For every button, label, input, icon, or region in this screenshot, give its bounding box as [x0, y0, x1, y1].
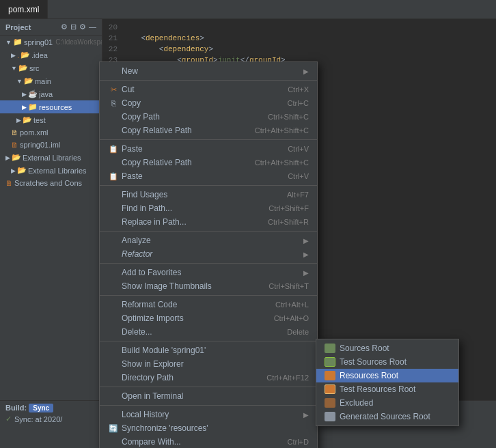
settings-icon[interactable]: ⚙	[79, 23, 86, 31]
expand-java: ▶	[22, 91, 27, 98]
java-icon: ☕	[28, 89, 38, 98]
excluded-icon	[325, 398, 335, 408]
menu-item-delete[interactable]: Delete... Delete	[100, 325, 317, 339]
project-tree: ▼ 📁 spring01 C:\IdeaWorkspace\spring01 ▶…	[0, 36, 102, 189]
menu-item-analyze[interactable]: Analyze ▶	[100, 234, 317, 247]
menu-item-copy-rel2[interactable]: Copy Relative Path Ctrl+Alt+Shift+C	[100, 156, 317, 169]
submenu-label-test-resources-root: Test Resources Root	[340, 384, 415, 394]
minimize-icon[interactable]: —	[89, 23, 96, 31]
menu-item-paste[interactable]: 📋 Paste Ctrl+V	[100, 142, 317, 156]
pom-label: pom.xml	[20, 128, 49, 137]
menu-label-open-terminal: Open in Terminal	[122, 391, 184, 401]
menu-item-copy[interactable]: ⎘ Copy Ctrl+C	[100, 96, 317, 110]
tree-item-resources[interactable]: ▶ 📁 resources	[0, 100, 102, 113]
menu-item-open-terminal[interactable]: Open in Terminal	[100, 389, 317, 403]
tree-item-extlib2[interactable]: ▶ 📂 External Libraries	[0, 164, 102, 177]
scratches-icon: 🗎	[5, 179, 13, 187]
project-panel: Project ⚙ ⊟ ⚙ — ▼ 📁 spring01 C:\IdeaWork…	[0, 19, 102, 400]
menu-label-cut: Cut	[122, 85, 135, 94]
tree-item-extlib1[interactable]: ▶ 📂 External Libraries	[0, 151, 102, 164]
iml-label: spring01.iml	[20, 141, 60, 149]
menu-item-compare[interactable]: Compare With... Ctrl+D	[100, 435, 317, 448]
menu-item-thumbnails[interactable]: Show Image Thumbnails Ctrl+Shift+T	[100, 279, 317, 293]
menu-label-copy: Copy	[122, 98, 141, 108]
editor-line: 20	[102, 22, 496, 33]
context-menu: New ▶ ✂ Cut Ctrl+X ⎘ Copy Ctrl+C Copy Pa…	[99, 61, 318, 448]
extlib1-label: External Libraries	[23, 154, 81, 162]
separator5	[100, 263, 317, 264]
menu-item-dir-path[interactable]: Directory Path Ctrl+Alt+F12	[100, 371, 317, 384]
tab-pom-xml[interactable]: pom.xml	[0, 0, 48, 18]
history-arrow: ▶	[303, 411, 309, 419]
menu-item-copy-rel[interactable]: Copy Relative Path Ctrl+Alt+Shift+C	[100, 124, 317, 137]
menu-item-build-module[interactable]: Build Module 'spring01'	[100, 344, 317, 357]
menu-item-cut[interactable]: ✂ Cut Ctrl+X	[100, 83, 317, 96]
menu-label-new: New	[122, 66, 138, 76]
submenu-item-sources-root[interactable]: Sources Root	[316, 341, 458, 355]
resources-icon: 📁	[28, 102, 38, 111]
menu-label-refactor: Refactor	[122, 249, 152, 259]
submenu-mark-directory: Sources Root Test Sources Root Resources…	[316, 339, 459, 426]
menu-item-paste2[interactable]: 📋 Paste Ctrl+V	[100, 169, 317, 183]
extlib1-icon: 📂	[12, 153, 21, 162]
menu-item-refactor[interactable]: Refactor ▶	[100, 247, 317, 261]
menu-item-synchronize[interactable]: 🔄 Synchronize 'resources'	[100, 421, 317, 435]
menu-item-find-path[interactable]: Find in Path... Ctrl+Shift+F	[100, 201, 317, 215]
menu-label-find-path: Find in Path...	[122, 204, 172, 213]
menu-label-build-module: Build Module 'spring01'	[122, 346, 206, 355]
tree-item-main[interactable]: ▼ 📂 main	[0, 74, 102, 87]
paste-shortcut: Ctrl+V	[288, 145, 309, 153]
submenu-item-test-resources-root[interactable]: Test Resources Root	[316, 382, 458, 396]
tree-item-iml[interactable]: 🗎 spring01.iml	[0, 139, 102, 151]
paste2-icon: 📋	[108, 172, 119, 181]
gear-icon[interactable]: ⚙	[61, 23, 68, 31]
menu-item-copy-path[interactable]: Copy Path Ctrl+Shift+C	[100, 110, 317, 124]
tab-bar: pom.xml	[0, 0, 496, 19]
menu-label-analyze: Analyze	[122, 236, 151, 245]
submenu-item-test-sources-root[interactable]: Test Sources Root	[316, 355, 458, 369]
menu-item-add-favorites[interactable]: Add to Favorites ▶	[100, 266, 317, 279]
build-label: Build:	[5, 404, 27, 412]
tree-item-scratches[interactable]: 🗎 Scratches and Cons	[0, 177, 102, 189]
menu-label-copy-rel: Copy Relative Path	[122, 126, 192, 135]
submenu-item-resources-root[interactable]: Resources Root	[316, 369, 458, 382]
sync-badge[interactable]: Sync	[29, 404, 53, 412]
test-resources-root-icon	[325, 384, 335, 394]
submenu-label-resources-root: Resources Root	[340, 371, 398, 380]
split-icon[interactable]: ⊟	[70, 23, 77, 31]
tree-item-idea[interactable]: ▶ . 📂 .idea	[0, 48, 102, 61]
menu-item-reformat[interactable]: Reformat Code Ctrl+Alt+L	[100, 298, 317, 311]
submenu-item-excluded[interactable]: Excluded	[316, 396, 458, 410]
copy-rel2-shortcut: Ctrl+Alt+Shift+C	[255, 158, 309, 167]
tree-item-pom[interactable]: 🗎 pom.xml	[0, 126, 102, 139]
replace-path-shortcut: Ctrl+Shift+R	[268, 218, 309, 226]
expand-extlib1: ▶	[5, 154, 10, 161]
new-arrow: ▶	[303, 68, 309, 75]
menu-item-find-usages[interactable]: Find Usages Alt+F7	[100, 188, 317, 201]
tree-item-test[interactable]: ▶ 📂 test	[0, 113, 102, 126]
src-label: src	[29, 64, 40, 72]
menu-label-copy-path: Copy Path	[122, 112, 160, 122]
main-label: main	[35, 77, 51, 85]
submenu-item-generated[interactable]: Generated Sources Root	[316, 410, 458, 423]
resources-label: resources	[39, 103, 72, 111]
sync-icon: 🔄	[108, 424, 119, 433]
panel-header: Project ⚙ ⊟ ⚙ —	[0, 19, 102, 36]
menu-item-show-explorer[interactable]: Show in Explorer	[100, 357, 317, 371]
expand-extlib2: ▶	[11, 167, 16, 174]
tree-item-src[interactable]: ▼ 📂 src	[0, 61, 102, 74]
cut-shortcut: Ctrl+X	[288, 85, 309, 94]
src-icon: 📂	[18, 64, 28, 72]
expand-src: ▼	[11, 65, 17, 72]
menu-item-optimize[interactable]: Optimize Imports Ctrl+Alt+O	[100, 311, 317, 325]
menu-item-replace-path[interactable]: Replace in Path... Ctrl+Shift+R	[100, 215, 317, 229]
menu-label-dir-path: Directory Path	[122, 373, 174, 382]
separator8	[100, 387, 317, 387]
menu-item-new[interactable]: New ▶	[100, 64, 317, 78]
expand-icon-idea: ▶	[11, 52, 16, 59]
delete-shortcut: Delete	[287, 328, 309, 336]
tree-item-spring01[interactable]: ▼ 📁 spring01 C:\IdeaWorkspace\spring01	[0, 36, 102, 48]
project-path: C:\IdeaWorkspace\spring01	[55, 38, 102, 46]
menu-item-local-history[interactable]: Local History ▶	[100, 408, 317, 421]
tree-item-java[interactable]: ▶ ☕ java	[0, 87, 102, 100]
